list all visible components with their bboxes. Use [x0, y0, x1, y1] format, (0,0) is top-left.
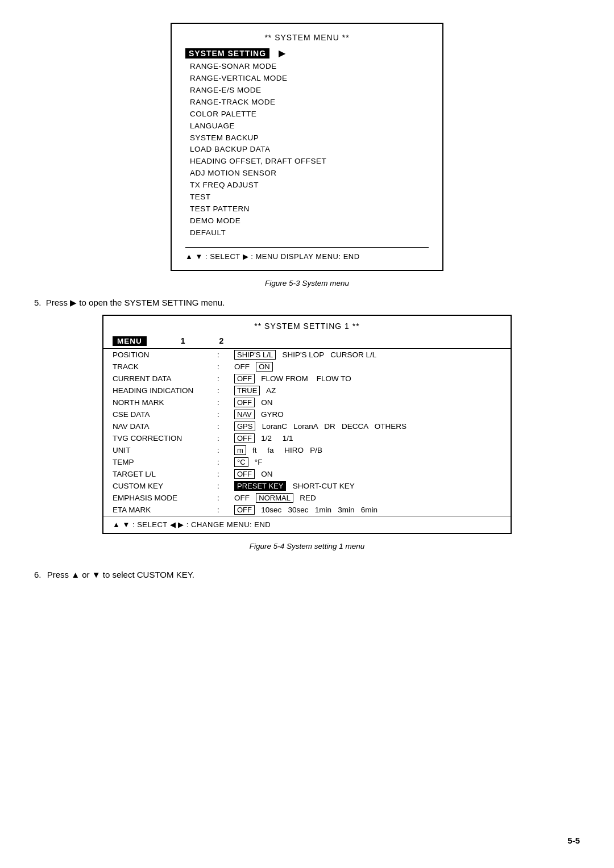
figure4-caption: Figure 5-4 System setting 1 menu — [171, 542, 443, 550]
setting-table: POSITION : SHIP'S L/L SHIP'S LOP CURSOR … — [103, 349, 511, 516]
menu-selected-row: SYSTEM SETTING ▶ — [185, 48, 429, 59]
row-label: POSITION — [103, 349, 217, 361]
list-item: RANGE-VERTICAL MODE — [190, 73, 429, 85]
row-options: GPS LoranC LoranA DR DECCA OTHERS — [225, 420, 511, 432]
table-row: CUSTOM KEY : PRESET KEY SHORT-CUT KEY — [103, 480, 511, 492]
step5-content: Press ▶ to open the SYSTEM SETTING menu. — [46, 298, 225, 307]
list-item: SYSTEM BACKUP — [190, 132, 429, 144]
row-label: CURRENT DATA — [103, 373, 217, 385]
row-label: TVG CORRECTION — [103, 432, 217, 444]
selected-option: ON — [256, 362, 273, 372]
menu-footer: ▲ ▼ : SELECT ▶ : MENU DISPLAY MENU: END — [185, 247, 429, 261]
setting-footer: ▲ ▼ : SELECT ◀ ▶ : CHANGE MENU: END — [103, 516, 511, 533]
table-row: NAV DATA : GPS LoranC LoranA DR DECCA OT… — [103, 420, 511, 432]
row-label: EMPHASIS MODE — [103, 492, 217, 504]
system-menu-box: ** SYSTEM MENU ** SYSTEM SETTING ▶ RANGE… — [171, 23, 443, 271]
row-label: TRACK — [103, 361, 217, 373]
selected-option: NORMAL — [256, 493, 293, 503]
list-item: LOAD BACKUP DATA — [190, 144, 429, 156]
tab-2: 2 — [219, 336, 224, 345]
row-colon: : — [217, 492, 225, 504]
selected-option: SHIP'S L/L — [234, 350, 276, 360]
list-item: RANGE-SONAR MODE — [190, 61, 429, 73]
table-row: ETA MARK : OFF 10sec 30sec 1min 3min 6mi… — [103, 504, 511, 516]
list-item: COLOR PALETTE — [190, 108, 429, 120]
row-label: TARGET L/L — [103, 468, 217, 480]
list-item: TEST PATTERN — [190, 203, 429, 215]
table-row: TRACK : OFF ON — [103, 361, 511, 373]
list-item: DEFAULT — [190, 227, 429, 239]
row-options: NAV GYRO — [225, 408, 511, 420]
row-options: SHIP'S L/L SHIP'S LOP CURSOR L/L — [225, 349, 511, 361]
step5-text: 5. Press ▶ to open the SYSTEM SETTING me… — [34, 298, 580, 308]
row-colon: : — [217, 361, 225, 373]
row-label: NAV DATA — [103, 420, 217, 432]
setting-footer-text: ▲ ▼ : SELECT ◀ ▶ : CHANGE MENU: END — [113, 520, 271, 529]
selected-option: NAV — [234, 410, 255, 419]
menu-items-list: RANGE-SONAR MODE RANGE-VERTICAL MODE RAN… — [190, 61, 429, 239]
table-row: TARGET L/L : OFF ON — [103, 468, 511, 480]
selected-option: m — [234, 445, 246, 455]
row-options: OFF 10sec 30sec 1min 3min 6min — [225, 504, 511, 516]
selected-option: OFF — [234, 433, 255, 443]
row-colon: : — [217, 444, 225, 456]
list-item: ADJ MOTION SENSOR — [190, 168, 429, 180]
menu-selected-label: SYSTEM SETTING — [185, 48, 269, 59]
selected-option: OFF — [234, 469, 255, 479]
tab-menu-label: MENU — [113, 336, 147, 346]
row-label: ETA MARK — [103, 504, 217, 516]
table-row: EMPHASIS MODE : OFF NORMAL RED — [103, 492, 511, 504]
row-colon: : — [217, 349, 225, 361]
selected-option: °C — [234, 457, 248, 467]
table-row: CURRENT DATA : OFF FLOW FROM FLOW TO — [103, 373, 511, 385]
list-item: RANGE-TRACK MODE — [190, 97, 429, 108]
row-colon: : — [217, 468, 225, 480]
step6-text: 6. Press ▲ or ▼ to select CUSTOM KEY. — [34, 570, 580, 579]
row-label: NORTH MARK — [103, 397, 217, 408]
row-label: CSE DATA — [103, 408, 217, 420]
list-item: LANGUAGE — [190, 120, 429, 132]
selected-option: OFF — [234, 505, 255, 515]
selected-option: OFF — [234, 398, 255, 407]
menu-arrow-right: ▶ — [279, 48, 285, 59]
selected-option: TRUE — [234, 386, 260, 395]
step5-number: 5. — [34, 298, 42, 307]
page-content: ** SYSTEM MENU ** SYSTEM SETTING ▶ RANGE… — [34, 23, 580, 579]
row-colon: : — [217, 385, 225, 397]
menu-footer-text: ▲ ▼ : SELECT ▶ : MENU DISPLAY MENU: END — [185, 252, 360, 261]
table-row: POSITION : SHIP'S L/L SHIP'S LOP CURSOR … — [103, 349, 511, 361]
row-colon: : — [217, 408, 225, 420]
table-row: HEADING INDICATION : TRUE AZ — [103, 385, 511, 397]
row-colon: : — [217, 480, 225, 492]
row-label: CUSTOM KEY — [103, 480, 217, 492]
row-label: HEADING INDICATION — [103, 385, 217, 397]
row-label: TEMP — [103, 456, 217, 468]
row-colon: : — [217, 373, 225, 385]
row-options: OFF NORMAL RED — [225, 492, 511, 504]
figure3-caption: Figure 5-3 System menu — [171, 279, 443, 287]
table-row: TEMP : °C °F — [103, 456, 511, 468]
step6-number: 6. — [34, 570, 42, 579]
tab-1: 1 — [181, 336, 185, 345]
table-row: UNIT : m ft fa HIRO P/B — [103, 444, 511, 456]
table-row: NORTH MARK : OFF ON — [103, 397, 511, 408]
row-colon: : — [217, 420, 225, 432]
row-options: OFF ON — [225, 361, 511, 373]
table-row: CSE DATA : NAV GYRO — [103, 408, 511, 420]
list-item: HEADING OFFSET, DRAFT OFFSET — [190, 156, 429, 168]
system-setting-box: ** SYSTEM SETTING 1 ** MENU 1 2 POSITION… — [102, 315, 512, 534]
row-options: m ft fa HIRO P/B — [225, 444, 511, 456]
row-options: OFF 1/2 1/1 — [225, 432, 511, 444]
row-colon: : — [217, 432, 225, 444]
selected-option: OFF — [234, 374, 255, 383]
selected-option-highlighted: PRESET KEY — [234, 481, 286, 491]
row-options: OFF ON — [225, 397, 511, 408]
setting-tabs-row: MENU 1 2 — [103, 334, 511, 349]
row-colon: : — [217, 397, 225, 408]
row-options: °C °F — [225, 456, 511, 468]
selected-option: GPS — [234, 422, 255, 431]
row-options: OFF FLOW FROM FLOW TO — [225, 373, 511, 385]
list-item: RANGE-E/S MODE — [190, 85, 429, 97]
step6-content: Press ▲ or ▼ to select CUSTOM KEY. — [47, 570, 194, 579]
list-item: TX FREQ ADJUST — [190, 180, 429, 191]
